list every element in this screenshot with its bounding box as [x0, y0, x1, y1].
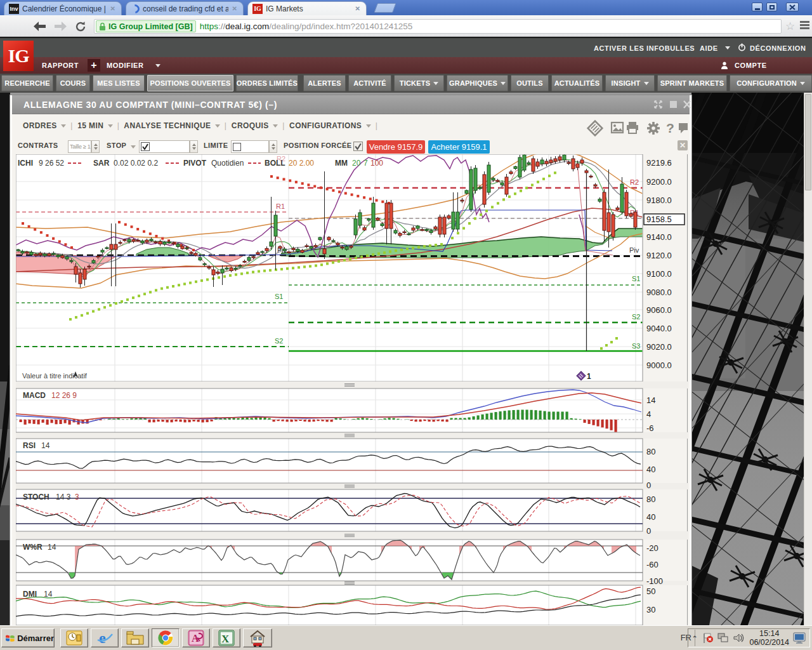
svg-text:MM: MM — [335, 159, 348, 168]
svg-text:-20: -20 — [646, 543, 658, 553]
svg-text:-100: -100 — [646, 576, 663, 586]
svg-text:9080.0: 9080.0 — [646, 288, 672, 297]
svg-text:80: 80 — [646, 447, 655, 456]
svg-text:S2: S2 — [632, 313, 640, 321]
svg-text:14 3: 14 3 — [56, 493, 71, 501]
svg-text:9219.6: 9219.6 — [646, 158, 672, 168]
svg-text:9200.0: 9200.0 — [646, 177, 672, 187]
svg-text:RSI: RSI — [23, 441, 36, 450]
svg-text:14: 14 — [646, 395, 655, 405]
svg-text:?: ? — [666, 121, 674, 135]
svg-text:-6: -6 — [646, 423, 654, 433]
svg-text:7: 7 — [363, 159, 368, 168]
svg-text:Piv: Piv — [629, 246, 639, 254]
svg-text:0.02 0.02 0.2: 0.02 0.02 0.2 — [114, 159, 158, 168]
svg-text:12 26 9: 12 26 9 — [51, 391, 77, 400]
svg-text:9 26 52: 9 26 52 — [39, 159, 64, 168]
svg-text:Valeur à titre indicatif: Valeur à titre indicatif — [22, 372, 88, 380]
svg-text:Quotidien: Quotidien — [211, 159, 244, 168]
svg-text:9020.0: 9020.0 — [646, 342, 672, 352]
svg-text:14: 14 — [41, 441, 50, 450]
svg-text:R1: R1 — [276, 202, 285, 210]
svg-text:BOLL: BOLL — [265, 159, 285, 168]
svg-text:20: 20 — [352, 159, 361, 168]
svg-text:S2: S2 — [275, 337, 283, 345]
svg-text:80: 80 — [646, 494, 655, 504]
svg-text:X: X — [221, 633, 230, 645]
svg-text:e: e — [99, 630, 106, 646]
svg-text:-60: -60 — [646, 560, 658, 569]
svg-text:20 2.00: 20 2.00 — [289, 159, 314, 168]
svg-text:40: 40 — [646, 465, 655, 474]
svg-text:0: 0 — [646, 526, 651, 536]
svg-text:PIVOT: PIVOT — [183, 159, 207, 168]
svg-text:ICHI: ICHI — [18, 159, 33, 168]
svg-text:14: 14 — [44, 590, 53, 599]
svg-text:S1: S1 — [275, 293, 283, 300]
svg-text:DMI: DMI — [23, 590, 37, 599]
svg-text:3: 3 — [75, 493, 79, 501]
svg-text:S3: S3 — [632, 342, 640, 350]
svg-text:9158.5: 9158.5 — [646, 215, 672, 224]
svg-text:9040.0: 9040.0 — [646, 324, 672, 333]
svg-text:100: 100 — [370, 159, 383, 168]
svg-text:R2: R2 — [630, 178, 639, 186]
svg-text:9180.0: 9180.0 — [646, 196, 672, 205]
svg-text:9140.0: 9140.0 — [646, 232, 672, 242]
svg-text:W%R: W%R — [23, 543, 43, 552]
svg-text:9000.0: 9000.0 — [646, 361, 672, 370]
svg-text:MACD: MACD — [23, 391, 46, 400]
svg-text:30: 30 — [646, 605, 655, 614]
svg-text:1: 1 — [587, 372, 591, 381]
svg-text:9060.0: 9060.0 — [646, 305, 672, 315]
svg-text:40: 40 — [646, 512, 655, 522]
svg-text:4: 4 — [646, 409, 651, 419]
svg-text:14: 14 — [48, 543, 56, 552]
svg-text:0: 0 — [646, 481, 651, 490]
svg-text:9120.0: 9120.0 — [646, 251, 672, 260]
svg-text:SAR: SAR — [93, 159, 110, 168]
svg-text:9100.0: 9100.0 — [646, 269, 672, 279]
svg-text:STOCH: STOCH — [23, 493, 49, 501]
svg-text:50: 50 — [646, 587, 655, 596]
svg-text:S1: S1 — [632, 275, 640, 282]
